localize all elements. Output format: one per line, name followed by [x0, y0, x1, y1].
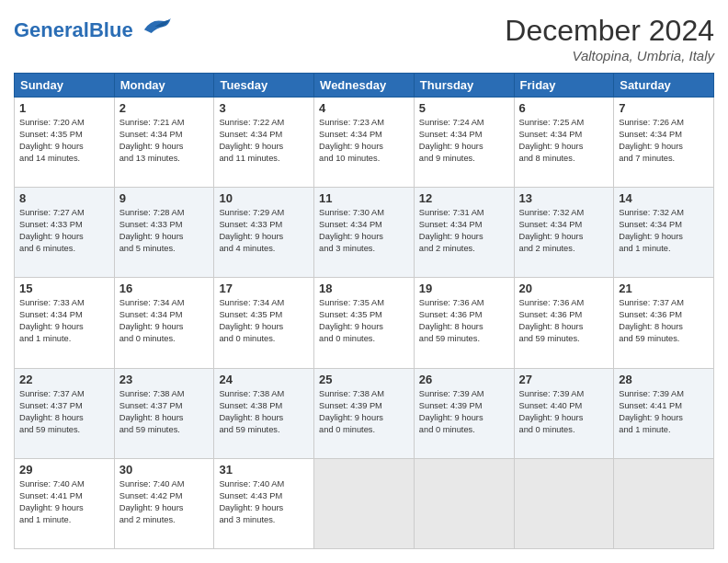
day-number: 1	[19, 101, 109, 115]
table-row: 20Sunrise: 7:36 AMSunset: 4:36 PMDayligh…	[514, 278, 614, 368]
day-number: 3	[219, 101, 309, 115]
day-info: Sunrise: 7:20 AMSunset: 4:35 PMDaylight:…	[19, 117, 109, 165]
day-number: 7	[619, 101, 709, 115]
logo-blue: Blue	[89, 18, 133, 41]
day-info: Sunrise: 7:34 AMSunset: 4:34 PMDaylight:…	[119, 297, 210, 345]
day-info: Sunrise: 7:31 AMSunset: 4:34 PMDaylight:…	[419, 207, 509, 255]
table-row: 10Sunrise: 7:29 AMSunset: 4:33 PMDayligh…	[214, 188, 314, 278]
table-row: 25Sunrise: 7:38 AMSunset: 4:39 PMDayligh…	[314, 368, 415, 458]
header: GeneralBlue December 2024 Valtopina, Umb…	[14, 14, 714, 63]
table-row	[314, 458, 415, 548]
table-row: 24Sunrise: 7:38 AMSunset: 4:38 PMDayligh…	[214, 368, 314, 458]
table-row: 28Sunrise: 7:39 AMSunset: 4:41 PMDayligh…	[614, 368, 714, 458]
day-number: 5	[419, 101, 509, 115]
day-info: Sunrise: 7:29 AMSunset: 4:33 PMDaylight:…	[219, 207, 309, 255]
table-row: 23Sunrise: 7:38 AMSunset: 4:37 PMDayligh…	[114, 368, 214, 458]
day-number: 12	[419, 191, 509, 205]
day-info: Sunrise: 7:24 AMSunset: 4:34 PMDaylight:…	[419, 117, 509, 165]
table-row	[614, 458, 714, 548]
day-number: 29	[19, 463, 109, 477]
table-row: 3Sunrise: 7:22 AMSunset: 4:34 PMDaylight…	[214, 98, 314, 188]
table-row	[414, 458, 514, 548]
day-number: 20	[519, 282, 609, 295]
table-row: 7Sunrise: 7:26 AMSunset: 4:34 PMDaylight…	[614, 98, 714, 188]
table-row: 13Sunrise: 7:32 AMSunset: 4:34 PMDayligh…	[514, 188, 614, 278]
logo-general: General	[14, 18, 89, 41]
day-number: 2	[119, 101, 210, 115]
logo-text: GeneralBlue	[14, 14, 173, 42]
day-number: 26	[419, 373, 509, 386]
col-sunday: Sunday	[15, 74, 115, 98]
day-info: Sunrise: 7:39 AMSunset: 4:39 PMDaylight:…	[419, 388, 509, 436]
table-row: 8Sunrise: 7:27 AMSunset: 4:33 PMDaylight…	[15, 188, 115, 278]
day-number: 11	[319, 191, 409, 205]
day-number: 18	[319, 282, 409, 295]
day-info: Sunrise: 7:28 AMSunset: 4:33 PMDaylight:…	[119, 207, 210, 255]
logo-bird-icon	[141, 14, 173, 37]
day-info: Sunrise: 7:40 AMSunset: 4:42 PMDaylight:…	[119, 478, 210, 526]
table-row: 21Sunrise: 7:37 AMSunset: 4:36 PMDayligh…	[614, 278, 714, 368]
day-info: Sunrise: 7:27 AMSunset: 4:33 PMDaylight:…	[19, 207, 109, 255]
col-wednesday: Wednesday	[314, 74, 415, 98]
day-number: 27	[519, 373, 609, 386]
table-row: 30Sunrise: 7:40 AMSunset: 4:42 PMDayligh…	[114, 458, 214, 548]
day-number: 13	[519, 191, 609, 205]
day-number: 6	[519, 101, 609, 115]
day-number: 31	[219, 463, 309, 477]
day-number: 24	[219, 373, 309, 386]
day-number: 25	[319, 373, 409, 386]
day-info: Sunrise: 7:37 AMSunset: 4:36 PMDaylight:…	[619, 297, 709, 345]
calendar-week-4: 22Sunrise: 7:37 AMSunset: 4:37 PMDayligh…	[15, 368, 714, 458]
day-number: 19	[419, 282, 509, 295]
table-row: 17Sunrise: 7:34 AMSunset: 4:35 PMDayligh…	[214, 278, 314, 368]
calendar-week-1: 1Sunrise: 7:20 AMSunset: 4:35 PMDaylight…	[15, 98, 714, 188]
calendar-table: Sunday Monday Tuesday Wednesday Thursday…	[14, 73, 714, 549]
day-info: Sunrise: 7:26 AMSunset: 4:34 PMDaylight:…	[619, 117, 709, 165]
table-row: 19Sunrise: 7:36 AMSunset: 4:36 PMDayligh…	[414, 278, 514, 368]
day-info: Sunrise: 7:37 AMSunset: 4:37 PMDaylight:…	[19, 388, 109, 436]
day-info: Sunrise: 7:34 AMSunset: 4:35 PMDaylight:…	[219, 297, 309, 345]
col-monday: Monday	[114, 74, 214, 98]
day-info: Sunrise: 7:40 AMSunset: 4:41 PMDaylight:…	[19, 478, 109, 526]
table-row	[514, 458, 614, 548]
logo: GeneralBlue	[14, 14, 173, 42]
table-row: 31Sunrise: 7:40 AMSunset: 4:43 PMDayligh…	[214, 458, 314, 548]
day-info: Sunrise: 7:25 AMSunset: 4:34 PMDaylight:…	[519, 117, 609, 165]
day-number: 30	[119, 463, 210, 477]
table-row: 16Sunrise: 7:34 AMSunset: 4:34 PMDayligh…	[114, 278, 214, 368]
title-section: December 2024 Valtopina, Umbria, Italy	[505, 14, 714, 63]
day-number: 9	[119, 191, 210, 205]
table-row: 5Sunrise: 7:24 AMSunset: 4:34 PMDaylight…	[414, 98, 514, 188]
calendar-week-5: 29Sunrise: 7:40 AMSunset: 4:41 PMDayligh…	[15, 458, 714, 548]
day-number: 10	[219, 191, 309, 205]
day-info: Sunrise: 7:38 AMSunset: 4:38 PMDaylight:…	[219, 388, 309, 436]
day-number: 28	[619, 373, 709, 386]
table-row: 15Sunrise: 7:33 AMSunset: 4:34 PMDayligh…	[15, 278, 115, 368]
day-number: 14	[619, 191, 709, 205]
table-row: 27Sunrise: 7:39 AMSunset: 4:40 PMDayligh…	[514, 368, 614, 458]
day-info: Sunrise: 7:39 AMSunset: 4:40 PMDaylight:…	[519, 388, 609, 436]
table-row: 26Sunrise: 7:39 AMSunset: 4:39 PMDayligh…	[414, 368, 514, 458]
day-info: Sunrise: 7:32 AMSunset: 4:34 PMDaylight:…	[519, 207, 609, 255]
day-info: Sunrise: 7:38 AMSunset: 4:39 PMDaylight:…	[319, 388, 409, 436]
day-number: 4	[319, 101, 409, 115]
day-info: Sunrise: 7:33 AMSunset: 4:34 PMDaylight:…	[19, 297, 109, 345]
day-info: Sunrise: 7:32 AMSunset: 4:34 PMDaylight:…	[619, 207, 709, 255]
day-info: Sunrise: 7:36 AMSunset: 4:36 PMDaylight:…	[519, 297, 609, 345]
day-info: Sunrise: 7:36 AMSunset: 4:36 PMDaylight:…	[419, 297, 509, 345]
day-info: Sunrise: 7:21 AMSunset: 4:34 PMDaylight:…	[119, 117, 210, 165]
day-info: Sunrise: 7:35 AMSunset: 4:35 PMDaylight:…	[319, 297, 409, 345]
day-number: 15	[19, 282, 109, 295]
table-row: 4Sunrise: 7:23 AMSunset: 4:34 PMDaylight…	[314, 98, 415, 188]
col-saturday: Saturday	[614, 74, 714, 98]
table-row: 6Sunrise: 7:25 AMSunset: 4:34 PMDaylight…	[514, 98, 614, 188]
table-row: 22Sunrise: 7:37 AMSunset: 4:37 PMDayligh…	[15, 368, 115, 458]
calendar-week-3: 15Sunrise: 7:33 AMSunset: 4:34 PMDayligh…	[15, 278, 714, 368]
table-row: 18Sunrise: 7:35 AMSunset: 4:35 PMDayligh…	[314, 278, 415, 368]
day-info: Sunrise: 7:39 AMSunset: 4:41 PMDaylight:…	[619, 388, 709, 436]
day-number: 17	[219, 282, 309, 295]
table-row: 1Sunrise: 7:20 AMSunset: 4:35 PMDaylight…	[15, 98, 115, 188]
day-info: Sunrise: 7:40 AMSunset: 4:43 PMDaylight:…	[219, 478, 309, 526]
day-number: 21	[619, 282, 709, 295]
table-row: 9Sunrise: 7:28 AMSunset: 4:33 PMDaylight…	[114, 188, 214, 278]
